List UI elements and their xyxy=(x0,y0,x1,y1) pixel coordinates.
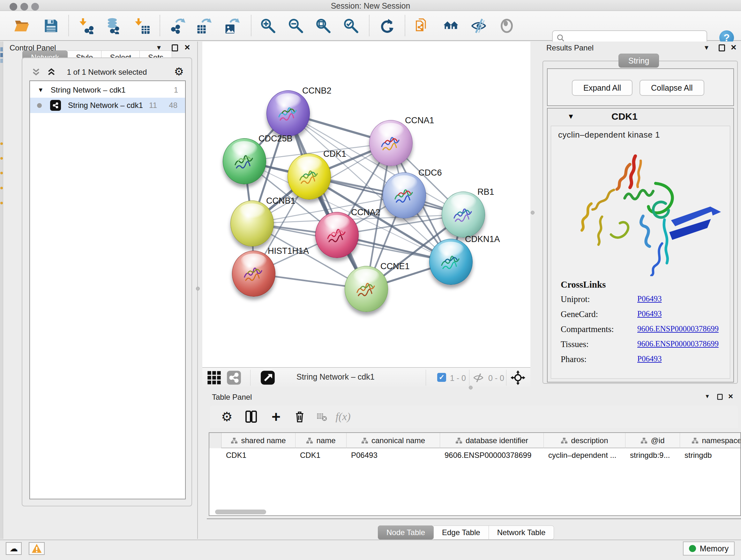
table-cell[interactable]: CDK1 xyxy=(221,448,295,462)
panel-collapse-icon[interactable]: ▼ xyxy=(704,393,710,400)
network-node-CCNA2[interactable] xyxy=(315,212,359,258)
import-network-icon[interactable] xyxy=(77,16,97,36)
create-column-icon[interactable]: + xyxy=(268,409,284,425)
current-network-dot xyxy=(37,103,42,108)
tab-node-table[interactable]: Node Table xyxy=(378,525,434,540)
collapsed-tab-dot[interactable] xyxy=(0,142,3,145)
section-collapse-caret[interactable]: ▼ xyxy=(567,112,575,121)
network-view-canvas[interactable]: CCNB2CCNA1CDC25BCDK1CDC6RB1CCNB1CCNA2CDK… xyxy=(202,42,530,367)
panel-float-icon[interactable] xyxy=(719,44,725,51)
vertical-splitter-handle[interactable] xyxy=(531,211,535,214)
vertical-splitter-handle[interactable] xyxy=(196,287,200,291)
pan-crosshair-icon[interactable] xyxy=(511,370,525,385)
collection-name: String Network – cdk1 xyxy=(51,85,126,95)
warning-icon[interactable] xyxy=(29,542,45,555)
panel-close-icon[interactable]: × xyxy=(728,393,733,400)
network-node-CCNE1[interactable] xyxy=(345,266,388,312)
cloud-icon[interactable]: ☁ xyxy=(6,542,22,555)
network-node-CCNB2[interactable] xyxy=(266,90,310,136)
node-table[interactable]: shared namenamecanonical namedatabase id… xyxy=(209,432,741,516)
export-network-icon[interactable] xyxy=(167,16,188,36)
collapsed-tab-marker[interactable] xyxy=(0,53,3,57)
table-cell[interactable]: P06493 xyxy=(347,448,440,462)
delete-table-icon[interactable] xyxy=(314,409,330,425)
column-header-database-identifier[interactable]: database identifier xyxy=(440,433,544,448)
tab-edge-table[interactable]: Edge Table xyxy=(434,525,489,540)
birdseye-icon[interactable] xyxy=(260,370,275,385)
tree-expand-caret[interactable]: ▼ xyxy=(38,86,44,94)
collapsed-tab-dot[interactable] xyxy=(0,202,3,204)
network-collection-row[interactable]: ▼ String Network – cdk1 1 xyxy=(30,82,185,98)
string-results-box: Expand All Collapse All ▼ CDK1 cyclin–de… xyxy=(542,61,738,384)
zoom-fit-icon[interactable] xyxy=(313,16,333,36)
table-cell[interactable]: stringdb xyxy=(680,448,741,462)
table-cell[interactable]: CDK1 xyxy=(295,448,347,462)
export-image-icon[interactable] xyxy=(221,16,242,36)
collapsed-tab-dot[interactable] xyxy=(0,172,3,174)
table-cell[interactable]: stringdb:9... xyxy=(625,448,680,462)
delete-column-icon[interactable] xyxy=(292,409,308,425)
export-table-icon[interactable] xyxy=(193,16,214,36)
network-node-CCNB1[interactable] xyxy=(230,200,274,246)
collapsed-tab-dot[interactable] xyxy=(0,187,3,189)
visibility-slash-icon[interactable] xyxy=(468,16,489,36)
column-header-shared-name[interactable]: shared name xyxy=(221,433,295,448)
function-builder-icon[interactable]: f(x) xyxy=(335,409,351,425)
hidden-eye-icon[interactable] xyxy=(473,372,484,383)
column-header-description[interactable]: description xyxy=(544,433,625,448)
network-node-HIST1H1A[interactable] xyxy=(232,251,275,297)
homes-icon[interactable] xyxy=(441,16,461,36)
tab-string[interactable]: String xyxy=(618,54,659,68)
level-of-detail-icon[interactable] xyxy=(496,16,517,36)
show-columns-icon[interactable] xyxy=(243,409,259,425)
document-share-icon[interactable] xyxy=(412,16,432,36)
crosslink-link[interactable]: P06493 xyxy=(637,294,662,304)
memory-button[interactable]: Memory xyxy=(683,542,735,556)
zoom-selected-icon[interactable] xyxy=(341,16,361,36)
horizontal-splitter-handle[interactable] xyxy=(469,386,473,389)
column-header--id[interactable]: @id xyxy=(625,433,680,448)
column-header-namespace[interactable]: namespace xyxy=(680,433,741,448)
network-node-CCNA1[interactable] xyxy=(369,120,413,166)
selected-checkbox-icon[interactable]: ✓ xyxy=(437,373,446,382)
network-node-RB1[interactable] xyxy=(442,192,485,238)
collapsed-tab-marker[interactable] xyxy=(0,47,3,51)
gene-section-header[interactable]: ▼ CDK1 xyxy=(548,109,733,125)
collapsed-tab-marker[interactable] xyxy=(0,59,3,63)
share-view-icon[interactable] xyxy=(226,370,241,385)
node-gloss xyxy=(239,203,265,218)
crosslink-link[interactable]: 9606.ENSP00000378699 xyxy=(637,339,719,349)
column-header-name[interactable]: name xyxy=(295,433,347,448)
crosslink-link[interactable]: P06493 xyxy=(637,309,662,319)
import-database-icon[interactable] xyxy=(103,16,123,36)
table-gear-icon[interactable]: ⚙ xyxy=(219,409,235,425)
zoom-out-icon[interactable] xyxy=(286,16,306,36)
open-file-icon[interactable] xyxy=(11,16,32,36)
expand-all-button[interactable]: Expand All xyxy=(572,80,632,96)
collapsed-tab-dot[interactable] xyxy=(0,157,3,160)
network-row-selected[interactable]: String Network – cdk1 11 48 xyxy=(30,98,185,113)
panel-float-icon[interactable] xyxy=(172,44,178,51)
panel-close-icon[interactable]: × xyxy=(185,44,190,51)
column-header-canonical-name[interactable]: canonical name xyxy=(347,433,440,448)
table-cell[interactable]: cyclin–dependent ... xyxy=(544,448,625,462)
crosslink-link[interactable]: P06493 xyxy=(637,354,662,364)
table-cell[interactable]: 9606.ENSP00000378699 xyxy=(440,448,544,462)
network-node-CDKN1A[interactable] xyxy=(429,239,473,285)
panel-float-icon[interactable] xyxy=(718,394,723,400)
tab-network-table[interactable]: Network Table xyxy=(489,525,554,540)
panel-close-icon[interactable]: × xyxy=(731,44,737,51)
zoom-in-icon[interactable] xyxy=(258,16,278,36)
save-session-icon[interactable] xyxy=(41,16,61,36)
horizontal-scrollbar[interactable] xyxy=(215,509,266,514)
grid-view-icon[interactable] xyxy=(207,370,221,385)
crosslink-link[interactable]: 9606.ENSP00000378699 xyxy=(637,324,719,334)
collapse-all-button[interactable]: Collapse All xyxy=(639,80,704,96)
gear-icon[interactable]: ⚙ xyxy=(174,65,184,78)
network-node-CDC25B[interactable] xyxy=(223,138,266,184)
refresh-icon[interactable] xyxy=(377,16,397,36)
network-node-CDC6[interactable] xyxy=(383,172,426,219)
import-table-icon[interactable] xyxy=(132,16,152,36)
network-node-CDK1[interactable] xyxy=(287,153,331,199)
panel-collapse-icon[interactable]: ▼ xyxy=(703,44,710,51)
